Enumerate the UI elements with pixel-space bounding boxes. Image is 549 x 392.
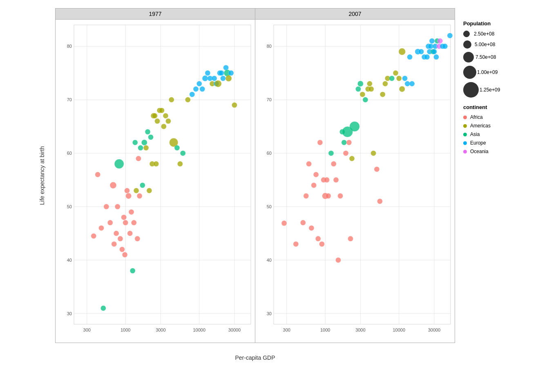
- svg-point-139: [346, 140, 352, 145]
- svg-text:70: 70: [67, 97, 72, 102]
- svg-point-47: [136, 156, 141, 161]
- svg-point-143: [355, 87, 361, 92]
- svg-text:30000: 30000: [428, 327, 441, 332]
- svg-point-60: [155, 118, 160, 124]
- svg-point-85: [220, 76, 225, 81]
- svg-point-178: [437, 38, 443, 44]
- svg-point-173: [431, 49, 437, 54]
- svg-point-36: [122, 252, 127, 257]
- panel-2007: 2007 300100030001000030000304050607080: [255, 8, 455, 343]
- svg-point-117: [300, 220, 306, 225]
- chart-container: Life expectancy at birth 1977 3001000300…: [0, 0, 549, 392]
- svg-point-86: [223, 65, 229, 70]
- svg-point-128: [324, 177, 330, 183]
- pop-legend-3: 7.50e+08: [463, 52, 537, 62]
- svg-point-49: [138, 145, 143, 151]
- svg-point-64: [163, 113, 168, 118]
- svg-point-72: [190, 92, 195, 97]
- pop-legend-2: 5.00e+08: [463, 40, 537, 49]
- svg-point-54: [147, 188, 152, 193]
- svg-point-69: [177, 161, 183, 167]
- plot-svg-2007: 300100030001000030000304050607080: [255, 21, 455, 343]
- svg-point-34: [119, 247, 125, 252]
- pop-legend-5: 1.25e+09: [463, 82, 537, 98]
- svg-point-161: [405, 81, 410, 86]
- svg-point-73: [193, 87, 199, 92]
- svg-text:1000: 1000: [320, 327, 330, 332]
- svg-text:3000: 3000: [355, 327, 365, 332]
- svg-point-48: [137, 193, 142, 198]
- pop-legend-1: 2.50e+08: [463, 31, 537, 37]
- svg-point-130: [328, 151, 334, 156]
- svg-point-160: [402, 76, 408, 81]
- svg-point-125: [319, 241, 324, 247]
- svg-point-41: [129, 209, 134, 215]
- svg-text:70: 70: [267, 97, 272, 102]
- panel-1977-header: 1977: [56, 9, 255, 20]
- svg-point-151: [374, 167, 379, 172]
- svg-point-50: [140, 183, 145, 188]
- svg-point-142: [350, 121, 360, 131]
- svg-point-118: [304, 193, 309, 198]
- svg-point-152: [377, 198, 382, 204]
- svg-point-158: [396, 76, 402, 81]
- svg-text:30: 30: [267, 311, 272, 316]
- svg-point-84: [219, 70, 224, 76]
- svg-point-40: [127, 231, 133, 236]
- svg-text:60: 60: [267, 151, 272, 156]
- population-legend-title: Population: [463, 20, 537, 27]
- svg-point-74: [196, 81, 202, 86]
- svg-text:30000: 30000: [228, 327, 241, 332]
- svg-text:1000: 1000: [121, 327, 130, 332]
- svg-point-38: [125, 188, 130, 193]
- svg-point-42: [130, 268, 135, 274]
- svg-text:10000: 10000: [193, 327, 205, 332]
- svg-text:80: 80: [267, 44, 272, 49]
- svg-point-89: [228, 70, 234, 76]
- svg-point-70: [180, 151, 185, 156]
- svg-point-37: [123, 220, 128, 225]
- svg-point-26: [104, 204, 109, 209]
- svg-point-150: [371, 151, 376, 156]
- svg-point-136: [341, 140, 347, 145]
- svg-point-165: [419, 49, 424, 54]
- svg-text:300: 300: [283, 327, 290, 332]
- svg-point-30: [114, 231, 119, 236]
- svg-point-62: [159, 108, 164, 113]
- svg-point-53: [145, 129, 150, 134]
- svg-point-124: [317, 140, 323, 145]
- svg-point-51: [141, 140, 147, 145]
- svg-point-45: [134, 188, 139, 193]
- x-axis-label: Per-capita GDP: [55, 354, 455, 361]
- svg-text:50: 50: [67, 204, 72, 209]
- continent-legend-title: continent: [463, 104, 537, 110]
- plot-svg-1977: 300100030001000030000304050607080: [56, 21, 255, 343]
- svg-point-137: [343, 151, 348, 156]
- svg-point-140: [348, 236, 353, 241]
- panel-1977: 1977 300100030001000030000304050607080: [55, 8, 255, 343]
- svg-point-167: [424, 54, 430, 60]
- svg-point-133: [336, 257, 341, 263]
- svg-point-157: [393, 70, 398, 76]
- svg-point-65: [165, 118, 171, 124]
- svg-point-23: [91, 234, 96, 239]
- svg-point-28: [110, 182, 116, 189]
- svg-point-46: [135, 236, 140, 241]
- svg-point-171: [429, 38, 435, 44]
- svg-text:3000: 3000: [156, 327, 165, 332]
- svg-text:30: 30: [67, 311, 72, 316]
- svg-point-129: [326, 193, 331, 198]
- svg-point-146: [363, 97, 368, 102]
- svg-point-145: [360, 92, 365, 97]
- svg-point-77: [205, 70, 210, 76]
- svg-point-35: [121, 215, 127, 220]
- svg-point-44: [132, 140, 138, 145]
- svg-point-121: [311, 183, 317, 188]
- panels-row: 1977 300100030001000030000304050607080 2…: [55, 8, 455, 343]
- svg-point-39: [126, 193, 132, 199]
- europe-legend: Europe: [463, 140, 537, 146]
- svg-point-149: [368, 87, 374, 92]
- legend: Population 2.50e+08 5.00e+08 7.50e+08 1.…: [459, 16, 541, 161]
- svg-point-123: [315, 236, 321, 241]
- svg-point-122: [313, 172, 319, 177]
